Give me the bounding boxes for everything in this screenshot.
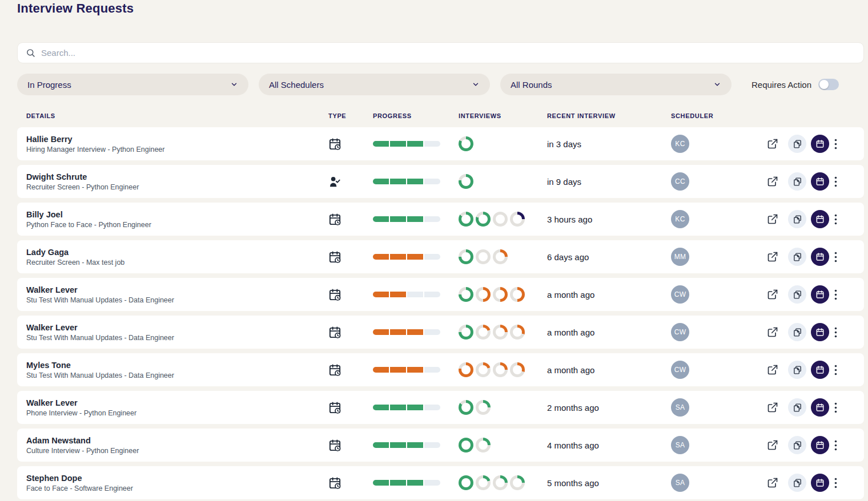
table-row[interactable]: Stephen Dope Face to Face - Software Eng… (17, 466, 864, 499)
copy-icon (793, 403, 802, 413)
copy-button[interactable] (788, 285, 806, 304)
candidate-name: Dwight Schrute (26, 172, 328, 182)
status-filter-dropdown[interactable]: In Progress (17, 74, 248, 95)
search-input[interactable] (41, 48, 855, 58)
copy-button[interactable] (788, 172, 806, 191)
schedule-calendar-button[interactable] (811, 361, 829, 379)
row-menu-button[interactable] (831, 401, 840, 414)
table-row[interactable]: Walker Lever Phone Interview - Python En… (17, 391, 864, 424)
schedule-calendar-button[interactable] (811, 172, 829, 191)
interview-progress-ring (510, 212, 525, 227)
copy-button[interactable] (788, 323, 806, 341)
open-external-button[interactable] (766, 175, 779, 188)
schedule-calendar-button[interactable] (811, 323, 829, 341)
interview-progress-ring (459, 174, 473, 189)
candidate-name: Walker Lever (26, 285, 328, 295)
progress-segment (424, 405, 440, 410)
schedule-calendar-button[interactable] (811, 135, 829, 153)
open-external-button[interactable] (766, 401, 779, 414)
open-external-button[interactable] (766, 439, 779, 451)
schedule-calendar-button[interactable] (811, 285, 829, 304)
type-cell (328, 288, 373, 301)
interview-progress-ring (476, 325, 491, 340)
rounds-filter-dropdown[interactable]: All Rounds (500, 74, 732, 95)
open-external-button[interactable] (766, 251, 779, 263)
schedule-calendar-button[interactable] (811, 474, 829, 492)
open-external-button[interactable] (766, 363, 779, 376)
type-cell (328, 175, 373, 188)
table-row[interactable]: Hallie Berry Hiring Manager Interview - … (17, 127, 864, 160)
copy-button[interactable] (788, 210, 806, 228)
row-menu-button[interactable] (831, 439, 840, 451)
interview-rings (459, 325, 547, 340)
row-menu-button[interactable] (831, 175, 840, 188)
interview-progress-ring (459, 475, 473, 490)
row-menu-button[interactable] (831, 326, 840, 338)
copy-button[interactable] (788, 135, 806, 153)
table-row[interactable]: Walker Lever Stu Test With Manual Update… (17, 316, 864, 349)
scheduler-cell: MM (671, 248, 766, 266)
row-menu-button[interactable] (831, 251, 840, 263)
scheduler-cell: CW (671, 361, 766, 379)
open-external-button[interactable] (766, 476, 779, 489)
schedule-calendar-button[interactable] (811, 398, 829, 417)
candidate-subtitle: Stu Test With Manual Updates - Data Engi… (26, 296, 328, 304)
kebab-menu-icon (834, 365, 837, 375)
interview-progress-ring (459, 249, 473, 264)
calendar-icon (815, 328, 825, 337)
scheduler-cell: SA (671, 436, 766, 454)
copy-button[interactable] (788, 436, 806, 454)
table-row[interactable]: Walker Lever Stu Test With Manual Update… (17, 278, 864, 311)
scheduler-avatar: SA (671, 474, 689, 492)
calendar-clock-icon (328, 138, 341, 151)
row-menu-button[interactable] (831, 288, 840, 301)
schedule-calendar-button[interactable] (811, 210, 829, 228)
row-menu-button[interactable] (831, 363, 840, 376)
progress-segment (424, 254, 440, 260)
progress-segment (424, 367, 440, 373)
calendar-clock-icon (328, 363, 341, 377)
interview-progress-ring (459, 325, 473, 340)
actions-cell (766, 285, 855, 304)
open-external-button[interactable] (766, 326, 779, 338)
candidate-subtitle: Hiring Manager Interview - Python Engine… (26, 146, 328, 153)
table-row[interactable]: Billy Joel Python Face to Face - Python … (17, 203, 864, 236)
row-menu-button[interactable] (831, 476, 840, 489)
interview-progress-ring (476, 249, 491, 264)
actions-cell (766, 248, 855, 266)
interview-rings (459, 249, 547, 264)
progress-segment (390, 292, 406, 297)
schedule-calendar-button[interactable] (811, 248, 829, 266)
copy-button[interactable] (788, 398, 806, 417)
scheduler-avatar: MM (671, 248, 689, 266)
table-row[interactable]: Adam Newstand Culture Interview - Python… (17, 429, 864, 462)
progress-segment (373, 254, 389, 260)
schedulers-filter-dropdown[interactable]: All Schedulers (259, 74, 490, 95)
progress-segment (407, 292, 423, 297)
toggle-knob (819, 80, 829, 89)
open-external-button[interactable] (766, 138, 779, 150)
table-row[interactable]: Myles Tone Stu Test With Manual Updates … (17, 353, 864, 386)
requires-action-toggle[interactable] (818, 79, 839, 90)
copy-button[interactable] (788, 248, 806, 266)
progress-segment (390, 216, 406, 222)
progress-segment (390, 405, 406, 410)
open-external-button[interactable] (766, 288, 779, 301)
table-row[interactable]: Lady Gaga Recruiter Screen - Max test jo… (17, 240, 864, 273)
external-link-icon (767, 326, 778, 338)
progress-cell (373, 367, 459, 373)
calendar-clock-icon (328, 476, 341, 490)
details-cell: Myles Tone Stu Test With Manual Updates … (26, 360, 328, 379)
scheduler-cell: KC (671, 135, 766, 153)
open-external-button[interactable] (766, 213, 779, 225)
copy-button[interactable] (788, 474, 806, 492)
row-menu-button[interactable] (831, 213, 840, 225)
copy-button[interactable] (788, 361, 806, 379)
calendar-icon (815, 403, 825, 412)
schedule-calendar-button[interactable] (811, 436, 829, 454)
interview-progress-ring (493, 249, 508, 264)
table-row[interactable]: Dwight Schrute Recruiter Screen - Python… (17, 165, 864, 198)
progress-segment (407, 405, 423, 410)
copy-icon (793, 328, 802, 337)
row-menu-button[interactable] (831, 138, 840, 150)
